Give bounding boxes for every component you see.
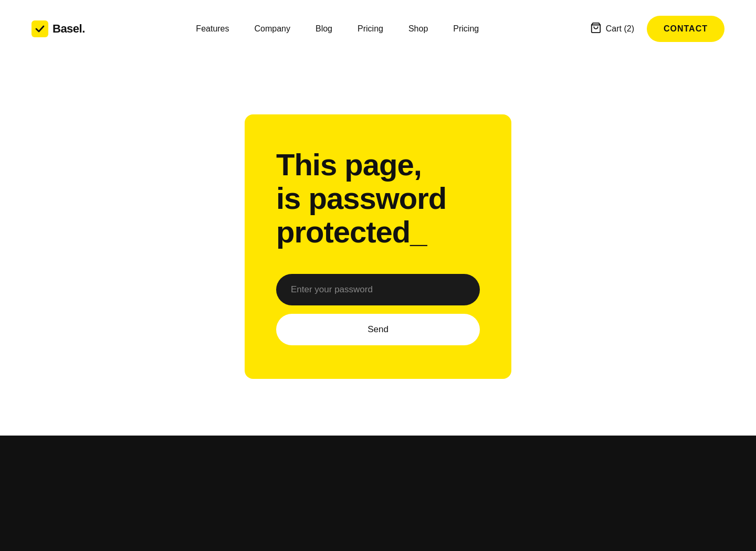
nav-item-features[interactable]: Features — [196, 24, 229, 34]
send-button[interactable]: Send — [276, 314, 480, 345]
cart-icon — [590, 22, 602, 36]
nav-item-pricing1[interactable]: Pricing — [358, 24, 383, 34]
main-content: This page, is password protected_ Send — [0, 58, 756, 436]
cart-button[interactable]: Cart (2) — [590, 22, 634, 36]
nav-right: Cart (2) CONTACT — [590, 16, 724, 42]
nav-item-shop[interactable]: Shop — [408, 24, 428, 34]
card-title: This page, is password protected_ — [276, 148, 480, 248]
main-nav: Features Company Blog Pricing Shop Prici… — [196, 24, 479, 34]
logo[interactable]: Basel. — [32, 20, 85, 37]
title-line1: This page, — [276, 147, 422, 182]
logo-text: Basel. — [52, 22, 85, 36]
title-line2: is password — [276, 181, 446, 215]
cart-label: Cart (2) — [606, 24, 634, 34]
nav-item-pricing2[interactable]: Pricing — [453, 24, 479, 34]
contact-button[interactable]: CONTACT — [647, 16, 724, 42]
logo-icon — [32, 20, 48, 37]
password-input[interactable] — [276, 274, 480, 305]
nav-item-blog[interactable]: Blog — [316, 24, 332, 34]
title-line3: protected_ — [276, 215, 427, 249]
site-header: Basel. Features Company Blog Pricing Sho… — [0, 0, 756, 58]
site-footer — [0, 436, 756, 551]
nav-item-company[interactable]: Company — [255, 24, 290, 34]
password-card: This page, is password protected_ Send — [245, 114, 511, 378]
